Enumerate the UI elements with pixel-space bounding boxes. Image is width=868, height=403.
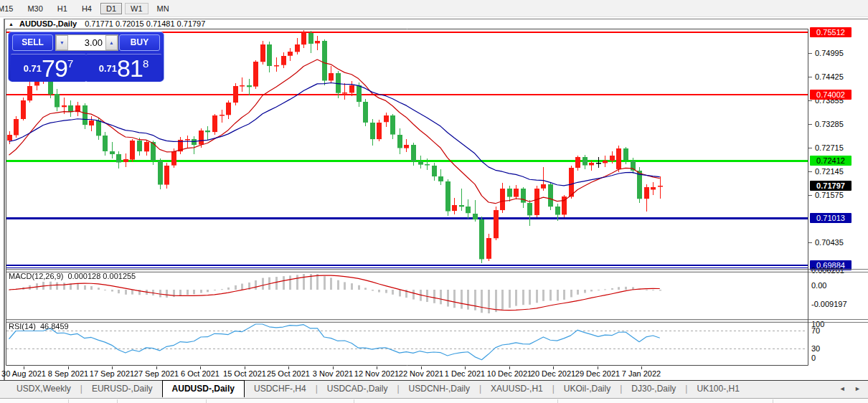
date-label: 7 Jan 2022 [611,369,671,378]
tab-scroll-right-button[interactable]: ► [854,385,861,392]
volume-stepper: ▼ 3.00 ▲ [55,34,118,51]
price-tick-mark [808,124,812,125]
buy-price-display[interactable]: 0.71818 [86,54,161,82]
macd-label: MACD(12,26,9) [9,272,63,280]
sell-price-display[interactable]: 0.71797 [11,54,86,82]
price-tick-mark [808,148,812,148]
macd-axis-label: 0.00 [811,281,826,290]
macd-header: MACD(12,26,9)0.000128 0.001255 [9,272,140,280]
price-level-label: 0.75512 [810,27,852,37]
timeframe-toolbar: M15M30H1H4D1W1MN [0,0,868,17]
current-price-label: 0.71797 [810,181,852,191]
chart-tab-bar: USDX,Weekly|EURUSD-,DailyAUDUSD-,DailyUS… [0,380,868,398]
bottom-panel-edge [0,398,868,403]
pane-divider [808,272,868,272]
volume-decrease-button[interactable]: ▼ [56,35,68,50]
sell-price-sup: 7 [67,57,73,70]
window-frame-left [4,19,5,403]
sell-button[interactable]: SELL [12,34,53,51]
column-separator [557,399,558,403]
macd-values: 0.000128 0.001255 [67,272,136,280]
column-separator [68,399,69,403]
tab-usdchf-h4[interactable]: USDCHF-,H4 [245,381,316,398]
chart-symbol-title: AUDUSD-,Daily [19,19,77,28]
column-separator [773,399,773,403]
tab-audusd-daily[interactable]: AUDUSD-,Daily [162,380,245,397]
timeframe-button-h4[interactable]: H4 [76,3,98,14]
platform-window: M15M30H1H4D1W1MN ▲ AUDUSD-,Daily 0.71771… [0,0,868,403]
price-level-label: 0.72412 [810,156,852,166]
rsi-value: 46.8459 [40,322,69,331]
buy-price-big: 81 [117,54,143,82]
macd-axis-label: 0.006201 [811,266,844,275]
pane-divider [808,322,868,323]
collapse-icon[interactable]: ▲ [9,22,14,27]
price-tick-mark [808,100,812,101]
price-tick-label: 0.74995 [815,49,844,57]
macd-axis-label: -0.009197 [811,300,847,308]
price-level-label: 0.74002 [810,90,852,100]
column-separator [117,399,118,403]
tab-dj30-daily[interactable]: DJ30-,Daily [622,381,685,398]
tab-usdcnh-daily[interactable]: USDCNH-,Daily [400,381,479,398]
timeframe-button-m15[interactable]: M15 [0,3,19,14]
rsi-axis-label: 30 [811,344,820,353]
timeframe-button-w1[interactable]: W1 [125,3,148,14]
price-tick-mark [808,171,812,172]
price-level-label: 0.71013 [810,213,852,223]
price-tick-label: 0.74425 [815,72,844,81]
price-tick-mark [808,195,812,196]
price-tick-label: 0.73285 [815,120,844,128]
rsi-label: RSI(14) [9,322,36,331]
price-tick-label: 0.71575 [815,191,844,199]
timeframe-button-m30[interactable]: M30 [22,3,48,14]
buy-button[interactable]: BUY [119,34,160,51]
sell-price-base: 0.71 [24,63,42,74]
pane-divider [808,269,868,270]
tab-scroll-left-button[interactable]: ◄ [839,385,846,392]
chart-title-bar: ▲ AUDUSD-,Daily 0.71771 0.72015 0.71481 … [9,19,205,29]
tab-xauusd-h1[interactable]: XAUUSD-,H1 [481,381,552,398]
column-separator [206,399,207,403]
tab-uk100-h1[interactable]: UK100-,H1 [687,381,748,398]
sell-price-big: 79 [42,54,67,82]
timeframe-button-h1[interactable]: H1 [52,3,73,14]
volume-increase-button[interactable]: ▲ [105,35,118,50]
price-tick-mark [808,77,812,77]
pane-divider [808,319,868,320]
price-axis[interactable]: 0.749950.744250.738550.732850.727150.721… [808,19,868,366]
price-tick-label: 0.72145 [815,167,844,176]
price-tick-mark [808,242,812,243]
price-tick-mark [808,53,812,54]
timeframe-button-mn[interactable]: MN [151,3,175,14]
rsi-axis-label: 0 [811,354,816,362]
chart-ohlc-values: 0.71771 0.72015 0.71481 0.71797 [85,19,205,28]
rsi-header: RSI(14)46.8459 [9,322,73,331]
price-tick-label: 0.70435 [815,238,844,247]
tab-usdcad-daily[interactable]: USDCAD-,Daily [318,381,397,398]
volume-input[interactable]: 3.00 [68,35,105,50]
price-tick-label: 0.72715 [815,143,844,152]
tab-eurusd-daily[interactable]: EURUSD-,Daily [82,381,162,398]
buy-price-sup: 8 [143,57,148,70]
column-separator [354,399,354,403]
one-click-trade-panel: SELL ▼ 3.00 ▲ BUY 0.71797 0.71818 [8,32,164,82]
tab-usdx-weekly[interactable]: USDX,Weekly [7,381,80,398]
timeframe-button-d1[interactable]: D1 [100,3,122,14]
buy-price-base: 0.71 [99,63,117,74]
tab-ukoil-daily[interactable]: UKOil-,Daily [555,381,620,398]
date-axis[interactable]: 30 Aug 20218 Sep 202117 Sep 202127 Sep 2… [6,366,808,380]
rsi-axis-label: 70 [811,326,820,335]
